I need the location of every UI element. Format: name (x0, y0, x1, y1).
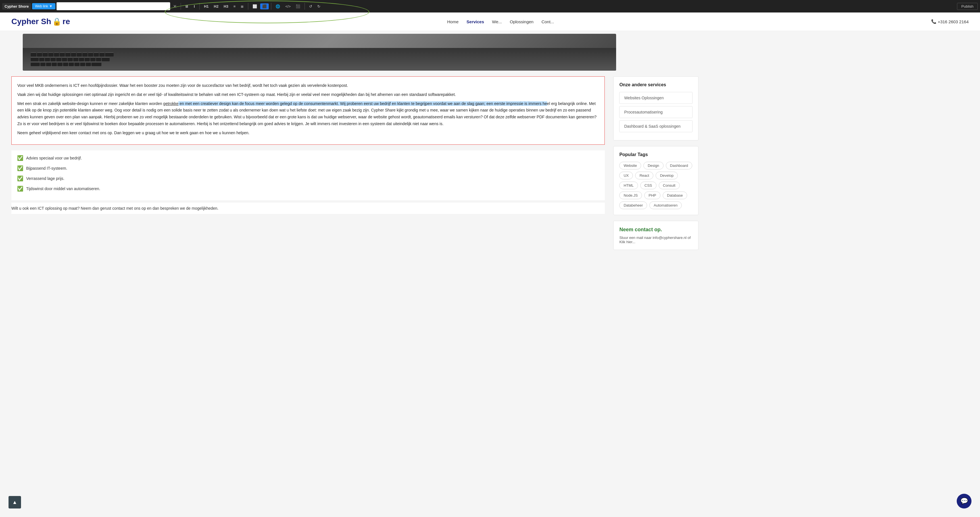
article-box[interactable]: Voor veel MKB ondernemers is ICT een hoo… (11, 76, 605, 145)
phone-number: +316 2603 2164 (938, 19, 969, 24)
tag-item[interactable]: React (635, 172, 653, 179)
toolbar-close-btn[interactable]: ✕ (171, 3, 178, 10)
toolbar-h1-btn[interactable]: H1 (202, 3, 211, 10)
content-left: Voor veel MKB ondernemers is ICT een hoo… (11, 76, 605, 256)
toolbar-image-btn[interactable]: ⬜ (251, 3, 259, 10)
tag-item[interactable]: Node.JS (619, 192, 642, 199)
article-paragraph-1: Voor veel MKB ondernemers is ICT een hoo… (18, 82, 599, 89)
tag-item[interactable]: Automatiseren (649, 201, 682, 209)
toolbar-italic-btn[interactable]: I (191, 3, 197, 10)
nav-contact[interactable]: Cont... (541, 19, 554, 24)
toolbar-publish-btn[interactable]: Publish (957, 3, 978, 10)
tag-item[interactable]: Develop (655, 172, 678, 179)
toolbar-separator-4 (271, 3, 271, 10)
site-phone: 📞 +316 2603 2164 (931, 19, 969, 24)
article-paragraph-3: Met een strak en zakelijk website-design… (18, 100, 599, 127)
sidebar-tags-section: Popular Tags WebsiteDesignDashboardUXRea… (613, 146, 698, 215)
site-logo: Cypher Sh 🔒 re (11, 17, 70, 26)
toolbar-embed2-btn[interactable]: ⬛ (294, 3, 302, 10)
toolbar-separator-5 (304, 3, 305, 10)
toolbar-redo-btn[interactable]: ↻ (315, 3, 322, 10)
checklist: ✅ Advies speciaal voor uw bedrijf. ✅ Bij… (11, 151, 605, 200)
sidebar-tags-title: Popular Tags (619, 152, 692, 157)
article-p3-highlighted: en met een creatiever design kan de focu… (178, 101, 547, 106)
article-p3-plain: Met een strak en zakelijk website-design… (18, 101, 163, 106)
site-logo-lock-icon: 🔒 (52, 17, 61, 26)
site-nav: Home Services We... Oplossingen Cont... (447, 19, 554, 24)
sidebar-contact-section: Neem contact op. Stuur een mail naar inf… (613, 221, 698, 250)
check-icon-3: ✅ (17, 175, 23, 182)
tag-item[interactable]: Databeheer (619, 201, 647, 209)
keyboard-visual (23, 48, 616, 71)
toolbar-separator-1 (181, 3, 181, 10)
checklist-item-1: ✅ Advies speciaal voor uw bedrijf. (17, 155, 599, 161)
article-p3-underline: getrokke (163, 101, 179, 106)
check-icon-1: ✅ (17, 155, 23, 161)
hero-image (23, 34, 616, 71)
nav-websites[interactable]: We... (492, 19, 502, 24)
bottom-cta-text: Wilt u ook een ICT oplossing op maat? Ne… (11, 203, 605, 214)
tags-container: WebsiteDesignDashboardUXReactDevelopHTML… (619, 162, 692, 209)
site-logo-text-2: re (62, 17, 70, 26)
tag-item[interactable]: UX (619, 172, 633, 179)
tag-item[interactable]: Dashboard (666, 162, 692, 170)
tag-item[interactable]: Design (643, 162, 663, 170)
nav-oplossingen[interactable]: Oplossingen (510, 19, 533, 24)
tag-item[interactable]: Consult (659, 182, 680, 189)
toolbar-separator-3 (248, 3, 248, 10)
toolbar-separator-2 (199, 3, 200, 10)
toolbar-globe-btn[interactable]: 🌐 (274, 3, 282, 10)
sidebar-link-dashboard[interactable]: Dashboard & SaaS oplossingen (619, 120, 692, 132)
check-icon-2: ✅ (17, 165, 23, 171)
checklist-label-1: Advies speciaal voor uw bedrijf. (26, 156, 82, 160)
toolbar-code-btn[interactable]: </> (283, 3, 293, 10)
checklist-label-4: Tijdswinst door middel van automatiseren… (26, 186, 100, 191)
sidebar-link-procesauto[interactable]: Procesautomatisering (619, 106, 692, 118)
toolbar-weblink-btn[interactable]: Web link ▼ (32, 3, 56, 10)
tag-item[interactable]: HTML (619, 182, 638, 189)
toolbar-h3-btn[interactable]: H3 (221, 3, 231, 10)
site-header: Cypher Sh 🔒 re Home Services We... Oplos… (0, 13, 980, 31)
tag-item[interactable]: CSS (640, 182, 657, 189)
site-logo-text: Cypher Sh (11, 17, 51, 26)
sidebar: Onze andere services Websites Oplossinge… (613, 76, 698, 256)
toolbar-undo-btn[interactable]: ↺ (307, 3, 314, 10)
checklist-label-2: Bijpassend IT-systeem. (26, 166, 67, 171)
toolbar-h2-btn[interactable]: H2 (212, 3, 221, 10)
checklist-item-3: ✅ Verrassend lage prijs. (17, 175, 599, 182)
sidebar-link-websites[interactable]: Websites Oplossingen (619, 92, 692, 104)
check-icon-4: ✅ (17, 186, 23, 192)
tag-item[interactable]: Website (619, 162, 641, 170)
nav-home[interactable]: Home (447, 19, 458, 24)
sidebar-contact-text: Stuur een mail naar info@cyphershare.nl … (619, 236, 692, 244)
nav-services[interactable]: Services (466, 19, 484, 24)
article-paragraph-4: Neem geheel vrijblijvend een keer contac… (18, 130, 599, 136)
sidebar-services-section: Onze andere services Websites Oplossinge… (613, 76, 698, 140)
toolbar-weblink-label: Web link (35, 4, 48, 8)
main-content: Voor veel MKB ondernemers is ICT een hoo… (0, 71, 980, 261)
toolbar-weblink-arrow: ▼ (49, 4, 52, 8)
article-paragraph-2: Vaak zien wij dat huidige oplossingen ni… (18, 91, 599, 98)
toolbar-logo: Cypher Shore (2, 3, 31, 10)
phone-icon: 📞 (931, 19, 937, 24)
editor-toolbar[interactable]: Cypher Shore Web link ▼ ✕ B I H1 H2 H3 ≡… (0, 0, 980, 13)
checklist-item-2: ✅ Bijpassend IT-systeem. (17, 165, 599, 171)
sidebar-services-title: Onze andere services (619, 82, 692, 87)
site-wrapper: Cypher Sh 🔒 re Home Services We... Oplos… (0, 13, 980, 261)
toolbar-list-ol-btn[interactable]: ≣ (239, 3, 246, 10)
tag-item[interactable]: Database (663, 192, 687, 199)
tag-item[interactable]: PHP (644, 192, 660, 199)
checklist-label-3: Verrassend lage prijs. (26, 176, 64, 181)
sidebar-contact-title: Neem contact op. (619, 227, 692, 233)
toolbar-url-input[interactable] (57, 2, 170, 10)
checklist-item-4: ✅ Tijdswinst door middel van automatiser… (17, 186, 599, 192)
toolbar-bold-btn[interactable]: B (183, 3, 190, 10)
toolbar-list-ul-btn[interactable]: ≡ (232, 3, 238, 10)
toolbar-embed-btn[interactable]: ⬛ (260, 3, 269, 10)
